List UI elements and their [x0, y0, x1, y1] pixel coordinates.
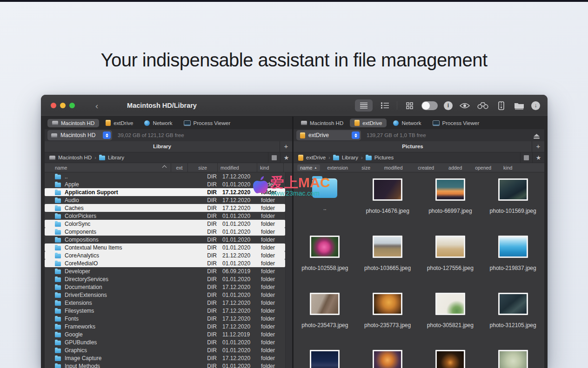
folder-icon: [55, 301, 61, 306]
preview-toggle[interactable]: [421, 101, 438, 110]
file-row-driverextensions[interactable]: DriverExtensions DIR 01.01.2020 folder: [45, 291, 285, 299]
tab-extdrive[interactable]: extDrive: [101, 118, 138, 127]
file-row-developer[interactable]: Developer DIR 06.09.2019 folder: [45, 267, 285, 275]
info-icon[interactable]: i: [444, 101, 453, 110]
file-row-extensions[interactable]: Extensions DIR 17.12.2020 folder: [45, 299, 285, 307]
column-header-kind[interactable]: kind: [257, 163, 284, 172]
column-header-modified[interactable]: modified: [218, 163, 257, 172]
tab-macintosh-hd[interactable]: Macintosh HD: [296, 119, 348, 127]
drive-stepper-icon[interactable]: [103, 131, 111, 139]
folders-button[interactable]: [513, 99, 525, 112]
breadcrumb-item-library[interactable]: Library: [333, 155, 358, 160]
grid-item-photo-305821-jpeg[interactable]: photo-305821.jpeg: [419, 293, 482, 350]
columns-view-button[interactable]: [379, 99, 391, 112]
favorites-button[interactable]: ★: [532, 152, 544, 163]
grid-item-dandelion[interactable]: [481, 350, 544, 368]
right-breadcrumb-row: extDrive › Library › Pictures ★: [294, 152, 544, 163]
grid-item-photo-235473-jpeg[interactable]: photo-235473.jpeg: [294, 293, 356, 350]
file-row-item[interactable]: .. DIR 17.12.2020: [45, 172, 285, 180]
grid-item-photo-14676-jpeg[interactable]: photo-14676.jpeg: [356, 178, 419, 236]
tab-network[interactable]: Network: [140, 119, 177, 127]
breadcrumb-item-extdrive[interactable]: extDrive: [298, 155, 326, 161]
minimize-button[interactable]: [60, 103, 66, 108]
file-row-coreanalytics[interactable]: CoreAnalytics DIR 21.12.2020 folder: [45, 251, 285, 259]
file-row-components[interactable]: Components DIR 01.01.2020 folder: [45, 228, 285, 236]
breadcrumb-item-macintosh-hd[interactable]: Macintosh HD: [49, 155, 92, 160]
folder-icon: [55, 214, 61, 219]
column-header-size[interactable]: size: [355, 165, 377, 171]
pane-mode-button[interactable]: [520, 152, 532, 163]
downloads-icon[interactable]: ↓: [531, 101, 540, 110]
grid-item-light-circle[interactable]: [419, 350, 482, 368]
left-folder-tab-title[interactable]: Library: [45, 141, 280, 152]
column-header-kind[interactable]: kind: [498, 165, 518, 171]
file-row-colorsync[interactable]: ColorSync DIR 01.01.2020 folder: [45, 220, 285, 228]
column-header-size[interactable]: size: [188, 163, 218, 172]
quick-look-eye-button[interactable]: [459, 99, 471, 112]
grid-item-photo-235773-jpeg[interactable]: photo-235773.jpeg: [356, 293, 419, 350]
right-folder-tab-title[interactable]: Pictures: [294, 141, 532, 152]
left-list-gutter: [285, 172, 292, 368]
grid-item-photo-102558-jpeg[interactable]: photo-102558.jpeg: [294, 236, 356, 293]
grid-item-photo-101569-jpeg[interactable]: photo-101569.jpeg: [481, 178, 544, 236]
folder-icon: [55, 317, 61, 322]
column-header-modified[interactable]: modified: [377, 165, 410, 171]
tab-macintosh-hd[interactable]: Macintosh HD: [47, 119, 99, 127]
grid-item-photo-103665-jpeg[interactable]: photo-103665.jpeg: [356, 236, 419, 293]
file-row-image-capture[interactable]: Image Capture DIR 17.12.2020 folder: [45, 354, 285, 362]
folder-icon: [55, 175, 61, 179]
close-button[interactable]: [51, 103, 56, 108]
favorites-button[interactable]: ★: [280, 152, 292, 163]
grid-item-photo-66997-jpeg[interactable]: photo-66997.jpeg: [419, 178, 482, 236]
column-header-name[interactable]: name▲: [297, 164, 320, 171]
search-binoculars-button[interactable]: [477, 99, 489, 112]
grid-item-photo-219837-jpeg[interactable]: photo-219837.jpeg: [481, 236, 544, 293]
file-row-gpubundles[interactable]: GPUBundles DIR 01.01.2020 folder: [45, 338, 285, 346]
column-header-ext[interactable]: ext: [171, 163, 188, 172]
file-row-filesystems[interactable]: Filesystems DIR 17.12.2020 folder: [45, 307, 285, 315]
column-header-name[interactable]: name: [45, 163, 171, 172]
new-tab-button[interactable]: +: [280, 141, 292, 152]
grid-item-night-city[interactable]: [294, 350, 356, 368]
file-row-frameworks[interactable]: Frameworks DIR 17.12.2020 folder: [45, 322, 285, 330]
file-row-documentation[interactable]: Documentation DIR 17.12.2020 folder: [45, 283, 285, 291]
file-row-application-support[interactable]: Application Support DIR 17.12.2020 folde…: [45, 188, 285, 196]
column-header-added[interactable]: added: [442, 165, 469, 171]
grid-item-photo-312105-jpeg[interactable]: photo-312105.jpeg: [481, 293, 544, 350]
folder-icon: [55, 293, 61, 298]
file-row-contextual-menu-items[interactable]: Contextual Menu Items DIR 01.01.2020 fol…: [45, 243, 285, 251]
file-row-coremediaio[interactable]: CoreMediaIO DIR 01.01.2020 folder: [45, 259, 285, 267]
file-row-google[interactable]: Google DIR 11.12.2019 folder: [45, 330, 285, 338]
file-row-caches[interactable]: Caches DIR 17.12.2020 folder: [45, 204, 285, 212]
new-tab-button[interactable]: +: [532, 141, 544, 152]
breadcrumb-item-library[interactable]: Library: [99, 155, 124, 160]
zoom-button[interactable]: [69, 103, 75, 108]
left-drive-selector[interactable]: Macintosh HD: [47, 130, 112, 140]
file-row-directoryservices[interactable]: DirectoryServices DIR 01.01.2020 folder: [45, 275, 285, 283]
grid-view-button[interactable]: [403, 99, 415, 112]
column-header-created[interactable]: created: [410, 165, 442, 171]
file-row-audio[interactable]: Audio DIR 17.12.2020 folder: [45, 196, 285, 204]
tab-network[interactable]: Network: [388, 119, 426, 127]
file-row-apple[interactable]: Apple DIR 01.01.2020 folder: [45, 180, 285, 188]
grid-item-photo-127556-jpeg[interactable]: photo-127556.jpeg: [419, 236, 482, 293]
file-row-compositions[interactable]: Compositions DIR 01.01.2020 folder: [45, 236, 285, 243]
grid-item-item[interactable]: ..: [294, 178, 356, 236]
column-header-extension[interactable]: extension: [320, 165, 355, 171]
right-drive-selector[interactable]: extDrive: [296, 130, 361, 140]
tab-extdrive[interactable]: extDrive: [350, 118, 387, 127]
file-row-fonts[interactable]: Fonts DIR 17.12.2020 folder: [45, 315, 285, 322]
grid-item-glow-orange[interactable]: [356, 350, 419, 368]
file-row-graphics[interactable]: Graphics DIR 01.01.2020 folder: [45, 346, 285, 354]
tab-process-viewer[interactable]: Process Viewer: [179, 119, 235, 127]
pane-mode-button[interactable]: [268, 152, 280, 163]
tab-process-viewer[interactable]: Process Viewer: [428, 119, 484, 127]
file-row-input-methods[interactable]: Input Methods DIR 01.01.2020 folder: [45, 362, 285, 368]
eject-icon[interactable]: [534, 132, 540, 141]
breadcrumb-item-pictures[interactable]: Pictures: [366, 155, 394, 160]
archive-button[interactable]: [495, 99, 507, 112]
list-view-button[interactable]: [355, 99, 373, 112]
file-row-colorpickers[interactable]: ColorPickers DIR 01.01.2020 folder: [45, 212, 285, 220]
drive-stepper-icon[interactable]: [352, 131, 360, 139]
column-header-opened[interactable]: opened: [469, 165, 498, 171]
